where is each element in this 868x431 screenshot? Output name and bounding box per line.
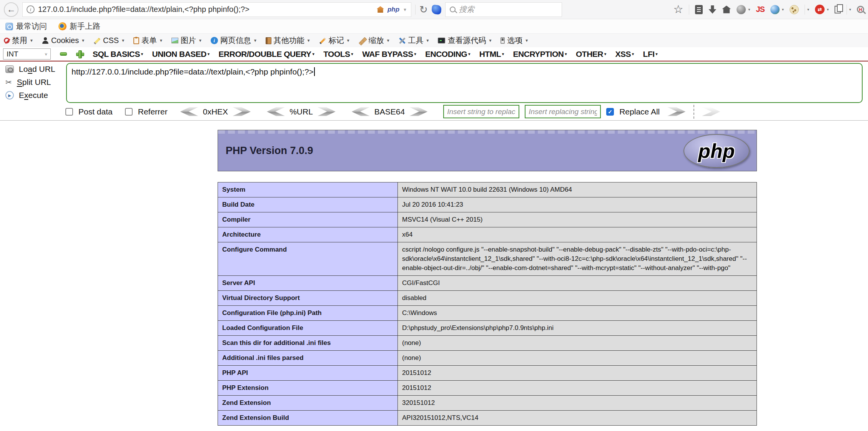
execute-button[interactable]: Execute [5, 91, 64, 100]
hackbar-menu-waf-bypass[interactable]: WAF BYPASS [362, 50, 416, 59]
back-button[interactable] [4, 2, 18, 17]
table-row: Additional .ini files parsed(none) [218, 351, 757, 366]
load-url-icon [5, 65, 14, 73]
webdev-item-view-source[interactable]: 查看源代码 [438, 35, 492, 46]
toolbar-separator [846, 5, 847, 15]
table-row: CompilerMSVC14 (Visual C++ 2015) [218, 212, 757, 227]
hackbar-menu-encryption[interactable]: ENCRYPTION [513, 50, 567, 59]
webdev-item-css[interactable]: CSS [93, 36, 125, 45]
url-encode-group: %URL [266, 107, 336, 117]
proxy-switch-icon[interactable] [815, 5, 825, 14]
hackbar-search-icon[interactable] [857, 6, 864, 13]
reading-list-icon[interactable] [695, 5, 703, 14]
dropdown-arrow-icon [198, 38, 202, 43]
book-icon [266, 37, 271, 44]
extension-icon[interactable] [431, 4, 442, 14]
hackbar-menu-union-based[interactable]: UNION BASED [152, 50, 210, 59]
url-text[interactable]: 127.0.0.1/include.php?file=data://text/p… [38, 5, 373, 14]
split-url-button[interactable]: Split URL [5, 78, 64, 87]
dropdown-arrow-icon [604, 52, 606, 56]
js-toggle-icon[interactable]: JS [756, 5, 764, 14]
play-icon [5, 91, 14, 99]
replacing-string-input[interactable] [525, 105, 601, 118]
tools-icon [399, 37, 406, 44]
minus-icon[interactable] [60, 52, 67, 56]
translate-globe-icon[interactable] [770, 5, 780, 14]
webdev-item-disable[interactable]: 禁用 [4, 35, 33, 46]
webdev-item-label: 图片 [181, 35, 196, 46]
webdev-item-tools[interactable]: 工具 [399, 35, 430, 46]
hackbar-menu-sql-basics[interactable]: SQL BASICS [93, 50, 143, 59]
toolbar-separator [689, 5, 689, 15]
menu-label: ENCRYPTION [513, 50, 564, 59]
chevron-down-icon[interactable] [748, 7, 750, 12]
webdev-item-miscellaneous[interactable]: 其他功能 [266, 35, 311, 46]
menu-label: ERROR/DOUBLE QUERY [219, 50, 311, 59]
identity-icon[interactable] [737, 5, 746, 14]
chevron-down-icon[interactable] [782, 7, 784, 12]
pencil-icon [319, 37, 326, 44]
hackbar-menu-xss[interactable]: XSS [615, 50, 634, 59]
execute-label: Execute [19, 91, 48, 100]
download-icon[interactable] [708, 5, 716, 14]
replace-arrow-icon[interactable] [702, 107, 720, 117]
chevron-down-icon[interactable] [827, 7, 829, 12]
hackbar-menu-other[interactable]: OTHER [576, 50, 606, 59]
plus-icon[interactable] [76, 50, 83, 58]
bookmark-getting-started[interactable]: 新手上路 [58, 21, 100, 31]
phpinfo-header: PHP Version 7.0.9 php [218, 130, 757, 171]
cookie-manager-icon[interactable] [790, 5, 799, 14]
webdev-item-cookies[interactable]: Cookies [42, 36, 85, 45]
bookmark-most-visited[interactable]: 最常访问 [5, 21, 47, 31]
url-bar[interactable]: 127.0.0.1/include.php?file=data://text/p… [22, 2, 411, 17]
urlbar-dropdown-icon[interactable] [403, 7, 407, 12]
hackbar-menu-lfi[interactable]: LFI [643, 50, 658, 59]
dropdown-arrow-icon [386, 38, 390, 43]
webdev-item-options[interactable]: 选项 [501, 35, 529, 46]
replace-arrow-icon[interactable] [667, 107, 686, 117]
bookmark-star-icon[interactable] [673, 4, 683, 15]
chevron-down-icon[interactable] [849, 7, 851, 12]
webdev-item-resize[interactable]: 缩放 [359, 35, 390, 46]
page-title: PHP Version 7.0.9 [226, 145, 313, 157]
hackbar-url-textarea[interactable]: http://127.0.0.1/include.php?file=data:/… [66, 63, 863, 103]
dropdown-arrow-icon [313, 52, 314, 56]
chevron-down-icon[interactable] [807, 7, 809, 12]
load-url-button[interactable]: Load URL [5, 65, 64, 74]
home-button-icon[interactable] [722, 6, 731, 13]
webdev-item-information[interactable]: 网页信息 [211, 35, 257, 46]
hackbar-actions: Load URL Split URL Execute [3, 63, 64, 103]
reload-button[interactable] [419, 5, 428, 15]
info-icon [211, 37, 218, 44]
copy-pages-icon[interactable] [835, 6, 841, 13]
encode-arrow-icon[interactable] [233, 107, 251, 117]
hackbar-menu-html[interactable]: HTML [479, 50, 504, 59]
referrer-checkbox[interactable] [125, 108, 133, 116]
replace-all-checkbox[interactable] [606, 108, 614, 116]
webdev-item-outline[interactable]: 标记 [319, 35, 350, 46]
post-data-checkbox[interactable] [65, 108, 73, 116]
payload-type-select[interactable]: INT [3, 48, 51, 60]
decode-arrow-icon[interactable] [351, 107, 370, 117]
replace-string-input[interactable] [443, 105, 519, 118]
dropdown-arrow-icon [159, 38, 163, 43]
webdev-item-label: 缩放 [369, 35, 384, 46]
table-row: Server APICGI/FastCGI [218, 276, 757, 291]
search-bar[interactable]: 搜索 [445, 2, 562, 17]
dropdown-arrow-icon [121, 38, 125, 43]
php-logo: php [683, 134, 750, 168]
encode-arrow-icon[interactable] [409, 107, 428, 117]
table-row: PHP API20151012 [218, 366, 757, 381]
encode-arrow-icon[interactable] [318, 107, 336, 117]
bookmark-label: 新手上路 [70, 21, 100, 31]
dropdown-arrow-icon [468, 52, 470, 56]
webdev-item-images[interactable]: 图片 [171, 35, 202, 46]
decode-arrow-icon[interactable] [266, 107, 285, 117]
webdev-item-forms[interactable]: 表单 [133, 35, 163, 46]
site-info-icon[interactable] [27, 5, 35, 13]
menu-label: HTML [479, 50, 501, 59]
hackbar-menu-encoding[interactable]: ENCODING [425, 50, 470, 59]
decode-arrow-icon[interactable] [180, 107, 198, 117]
hackbar-menu-error-double-query[interactable]: ERROR/DOUBLE QUERY [219, 50, 314, 59]
hackbar-menu-tools[interactable]: TOOLS [323, 50, 353, 59]
